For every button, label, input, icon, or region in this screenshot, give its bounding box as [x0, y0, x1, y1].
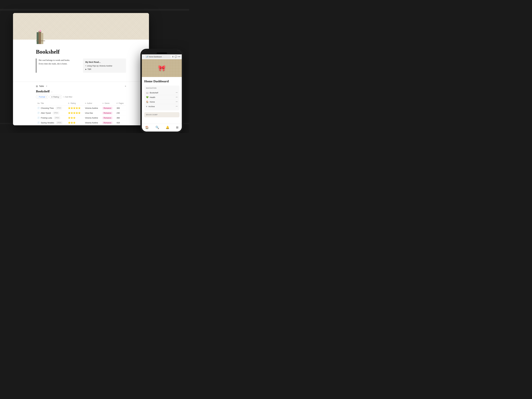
- phone-body: Home Dashboard NAVIGATION 📖 Bookshelf ••…: [142, 77, 182, 124]
- bow-decoration: 🎀: [158, 65, 165, 72]
- col-title[interactable]: Aa Title: [36, 101, 66, 106]
- col-genre[interactable]: ≡ Genre: [101, 101, 115, 106]
- content-row: Her soul belongs to words and books. Eve…: [36, 58, 126, 73]
- nav-item-archive[interactable]: ≡ Archive •••: [146, 104, 178, 109]
- open-badge-3: OPEN: [56, 122, 62, 124]
- phone-page-title: Home Dashboard: [144, 79, 179, 83]
- rating-col-icon: ⊙: [68, 102, 70, 104]
- book-title-3: Saving Verakko: [41, 122, 54, 124]
- cell-title-0[interactable]: 📄Choosing TheoOPEN: [36, 106, 66, 111]
- flower-decoration: 🌸: [39, 30, 41, 32]
- cell-rating-0: ⭐⭐⭐⭐⭐: [66, 106, 83, 111]
- next-read-title: My Next Read...: [85, 61, 124, 63]
- nav-item-bookshelf-left: 📖 Bookshelf: [146, 91, 158, 94]
- nav-section: NAVIGATION 📖 Bookshelf ••• 💚 Health: [144, 86, 179, 110]
- table-row[interactable]: 📄Freeing LukaOPEN⭐⭐⭐Victoria AvelineRoma…: [36, 115, 126, 120]
- phone-page-content: 🎀 Home Dashboard NAVIGATION 📖 Bookshelf …: [142, 59, 182, 132]
- bookshelf-nav-more[interactable]: •••: [176, 92, 178, 94]
- archive-nav-label: Archive: [148, 105, 155, 108]
- quote-block: Her soul belongs to words and books. Eve…: [36, 58, 77, 73]
- stars-3: ⭐⭐⭐: [68, 121, 76, 124]
- quote-line2: Every time she reads, she is home.: [39, 62, 77, 66]
- author-1: Ursa Dax: [85, 112, 93, 114]
- rating-filter-button[interactable]: ⊙ Rating ∨: [50, 95, 62, 99]
- col-pages[interactable]: # Pages: [115, 101, 126, 106]
- table-row[interactable]: 📄Alien TyrantOPEN⭐⭐⭐⭐⭐Ursa DaxRomance230: [36, 111, 126, 115]
- phone-favicon: 🔗: [146, 56, 148, 58]
- pages-col-label: Pages: [119, 102, 124, 104]
- next-read-tbr-toggle[interactable]: TBR: [85, 68, 124, 70]
- cell-title-2[interactable]: 📄Freeing LukaOPEN: [36, 115, 66, 120]
- filter-row: ↑ Format ∨ ⊙ Rating ∨ + Add filter: [36, 95, 126, 99]
- add-view-button[interactable]: +: [45, 85, 48, 88]
- format-filter-arrow: ↑: [38, 96, 38, 98]
- phone-notification-nav-button[interactable]: 🔔: [163, 125, 172, 130]
- stars-1: ⭐⭐⭐⭐⭐: [68, 112, 81, 114]
- title-col-icon: Aa: [37, 102, 40, 104]
- col-rating[interactable]: ⊙ Rating: [66, 101, 83, 106]
- home-nav-icon: 🏠: [146, 101, 149, 103]
- cell-title-4[interactable]: 📄Tempting AuzedOPEN: [36, 125, 66, 126]
- health-nav-more[interactable]: •••: [176, 96, 178, 98]
- home-nav-more[interactable]: •••: [176, 101, 178, 103]
- table-row[interactable]: 📄Choosing TheoOPEN⭐⭐⭐⭐⭐Victoria AvelineR…: [36, 106, 126, 111]
- archive-nav-more[interactable]: •••: [176, 105, 178, 108]
- nav-item-home[interactable]: 🏠 Home •••: [146, 100, 178, 104]
- phone-home-nav-button[interactable]: 🏠: [143, 125, 151, 130]
- cell-genre-4: Romance: [101, 125, 115, 126]
- doc-icon-2: 📄: [37, 117, 40, 119]
- nav-item-bookshelf[interactable]: 📖 Bookshelf •••: [146, 90, 178, 95]
- pages-col-icon: #: [117, 102, 118, 104]
- cell-rating-2: ⭐⭐⭐: [66, 115, 83, 120]
- format-filter-button[interactable]: ↑ Format ∨: [36, 95, 48, 99]
- book-title-0: Choosing Theo: [41, 107, 54, 109]
- col-author[interactable]: ≡ Author: [83, 101, 101, 106]
- notch-pill: [157, 53, 167, 54]
- stars-0: ⭐⭐⭐⭐⭐: [68, 107, 81, 109]
- phone-add-nav-button[interactable]: ⊞: [174, 125, 181, 130]
- section-divider: [13, 82, 149, 82]
- next-read-book-title: Using Fejo by Victoria Aveline: [87, 65, 112, 67]
- book-title-2: Freeing Luka: [41, 117, 52, 119]
- pages-1: 230: [117, 112, 120, 114]
- rating-filter-icon: ⊙: [51, 96, 53, 98]
- author-col-icon: ≡: [85, 102, 86, 104]
- rating-col-label: Rating: [71, 102, 76, 104]
- cell-title-1[interactable]: 📄Alien TyrantOPEN: [36, 111, 66, 115]
- brain-dump-title: BRAIN DUMP: [146, 114, 178, 115]
- bookshelf-nav-label: Bookshelf: [150, 92, 158, 94]
- nav-item-health[interactable]: 💚 Health •••: [146, 95, 178, 100]
- phone-url-bar[interactable]: 🔗 Home Dashboard: [145, 55, 171, 58]
- filter-options-icon[interactable]: ≡: [125, 85, 126, 87]
- book-icon-area: 🌸: [36, 31, 48, 45]
- cell-title-3[interactable]: 📄Saving VerakkoOPEN: [36, 120, 66, 125]
- next-read-book-item: Using Fejo by Victoria Aveline: [85, 65, 124, 67]
- pages-0: 369: [117, 107, 120, 109]
- archive-nav-icon: ≡: [146, 105, 147, 108]
- phone-header-image: 🎀: [142, 59, 182, 77]
- home-nav-label: Home: [150, 101, 155, 103]
- table-header-row: Aa Title ⊙ Rating ≡ Author ≡ Genre: [36, 101, 126, 106]
- book-3: [41, 33, 43, 44]
- phone-search-nav-button[interactable]: 🔍: [153, 125, 162, 130]
- table-row[interactable]: 📄Saving VerakkoOPEN⭐⭐⭐Victoria AvelineRo…: [36, 120, 126, 125]
- table-row[interactable]: 📄Tempting AuzedOPEN⭐⭐⭐⭐Victoria AvelineR…: [36, 125, 126, 126]
- phone-comment-button[interactable]: 💬: [175, 56, 177, 58]
- add-filter-label: + Add filter: [63, 96, 72, 98]
- book-title-1: Alien Tyrant: [41, 112, 51, 114]
- cell-author-3: Victoria Aveline: [83, 120, 101, 125]
- table-view-label[interactable]: Table: [39, 85, 44, 87]
- author-0: Victoria Aveline: [85, 107, 98, 109]
- phone-page-url-title: Home Dashboard: [149, 56, 162, 58]
- nav-item-health-left: 💚 Health: [146, 96, 155, 98]
- table-toolbar: ⊞ Table + ≡: [36, 85, 126, 88]
- author-2: Victoria Aveline: [85, 117, 98, 119]
- title-col-label: Title: [41, 102, 44, 104]
- phone-share-button[interactable]: ⬆: [172, 56, 174, 58]
- section-menu-button[interactable]: ...: [51, 90, 53, 93]
- phone-back-button[interactable]: ‹: [143, 56, 144, 58]
- add-filter-button[interactable]: + Add filter: [63, 96, 72, 98]
- phone-more-button[interactable]: •••: [178, 56, 180, 58]
- bg-decoration-top: [0, 9, 189, 11]
- tbr-label: TBR: [88, 68, 91, 70]
